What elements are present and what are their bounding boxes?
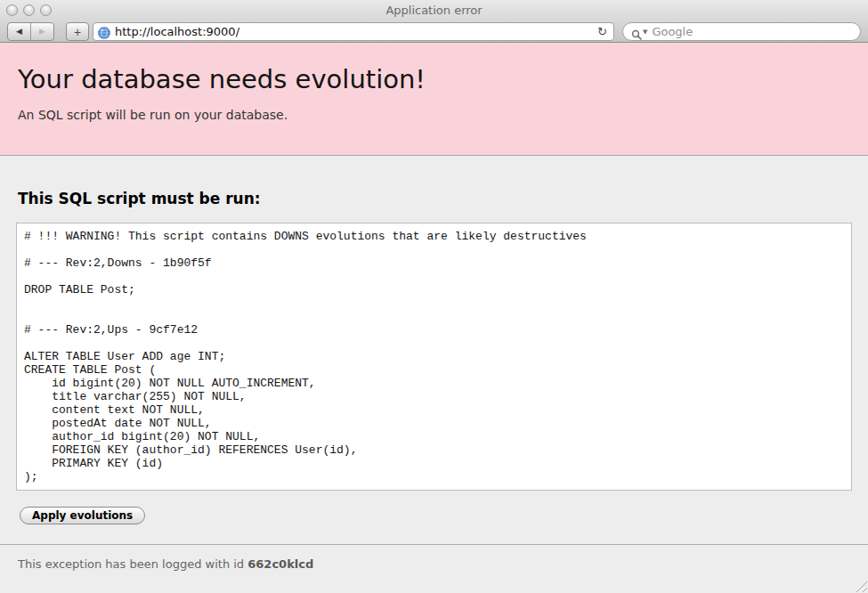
page-title: Your database needs evolution!: [18, 64, 850, 94]
window-title: Application error: [0, 4, 868, 17]
address-bar[interactable]: ↻: [93, 22, 614, 41]
search-icon: [631, 27, 642, 37]
exception-id: 662c0klcd: [247, 557, 313, 571]
search-engine-dropdown-icon[interactable]: ▼: [643, 28, 647, 36]
script-heading: This SQL script must be run:: [18, 190, 850, 207]
exception-footer: This exception has been logged with id 6…: [0, 545, 868, 571]
apply-evolutions-button[interactable]: Apply evolutions: [20, 507, 145, 524]
page-subtitle: An SQL script will be run on your databa…: [18, 108, 850, 122]
forward-button[interactable]: ▶: [30, 23, 53, 40]
search-bar[interactable]: ▼: [622, 22, 861, 41]
browser-chrome: Application error ◀ ▶ +: [0, 0, 868, 43]
sql-script-block: # !!! WARNING! This script contains DOWN…: [16, 223, 852, 491]
globe-favicon-icon: [98, 26, 110, 38]
browser-toolbar: ◀ ▶ + ↻: [7, 22, 861, 41]
back-button[interactable]: ◀: [8, 23, 30, 40]
page-content: This SQL script must be run: # !!! WARNI…: [0, 190, 868, 571]
history-nav: ◀ ▶: [7, 22, 54, 41]
resize-grip-icon[interactable]: [855, 580, 867, 592]
titlebar[interactable]: Application error: [0, 0, 868, 20]
url-input[interactable]: [115, 25, 596, 38]
reload-icon[interactable]: ↻: [596, 25, 609, 38]
search-input[interactable]: [652, 25, 852, 38]
evolution-banner: Your database needs evolution! An SQL sc…: [0, 43, 868, 156]
browser-window: Application error ◀ ▶ +: [0, 0, 868, 593]
new-tab-button[interactable]: +: [66, 22, 89, 41]
exception-message: This exception has been logged with id: [18, 557, 247, 571]
